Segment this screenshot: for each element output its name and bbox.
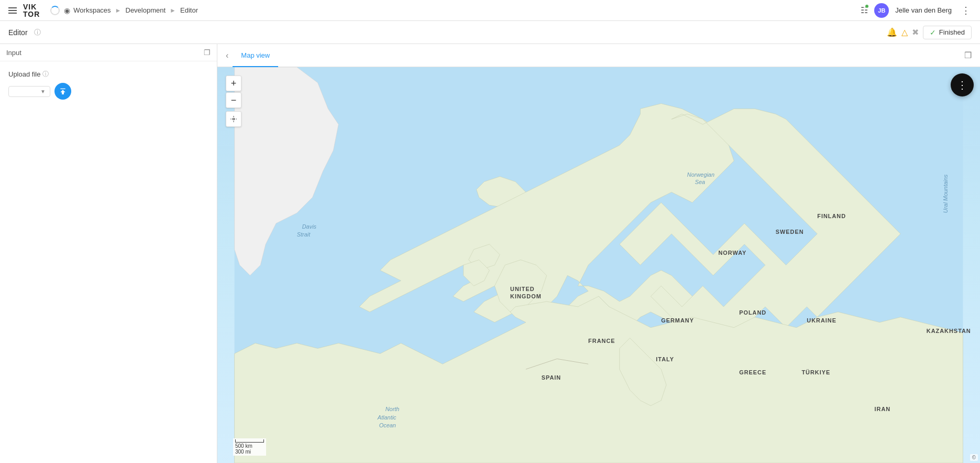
notification-button[interactable]: ☷ [861,5,868,15]
turkiye-label: TÜRKIYE [801,369,830,375]
check-icon: ✓ [930,28,936,37]
norwegian-sea-label2: Sea [695,179,705,185]
upload-info-icon[interactable]: ⓘ [42,70,49,79]
davis-strait-label: Davis [302,223,317,230]
finished-button[interactable]: ✓ Finished [923,26,972,39]
atlantic-label: North [386,406,400,412]
user-avatar: JB [874,3,889,18]
nav-editor[interactable]: Editor [180,6,198,14]
ural-label: Ural Mountains [942,174,949,213]
locate-button[interactable] [226,111,241,127]
upload-button[interactable] [54,83,71,100]
nav-sep-2: ► [170,7,176,14]
iran-label: IRAN [875,406,891,412]
user-more-button[interactable]: ⋮ [958,4,974,17]
nav-right-section: ☷ JB Jelle van den Berg ⋮ [861,3,974,18]
panel-title: Input [6,49,21,57]
main-content: Input ❐ Upload file ⓘ ▼ [0,44,980,463]
finished-label: Finished [939,28,965,36]
sweden-label: SWEDEN [776,229,804,235]
left-panel: Input ❐ Upload file ⓘ ▼ [0,44,217,463]
bell-icon[interactable]: 🔔 [887,27,897,37]
norwegian-sea-label: Norwegian [687,171,714,178]
editor-bar: Editor ⓘ 🔔 △ ✖ ✓ Finished [0,21,980,44]
uk-label2: KINGDOM [510,293,542,299]
map-attribution: © [970,454,978,461]
panel-expand-button[interactable]: ❐ [204,48,211,57]
italy-label: ITALY [656,356,674,362]
nav-workspaces[interactable]: ◉ Workspaces [64,6,111,15]
user-name: Jelle van den Berg [895,6,952,14]
close-icon[interactable]: ✖ [912,27,919,37]
notification-badge-dot [865,4,869,8]
nav-development[interactable]: Development [126,6,166,14]
fab-button[interactable]: ⋮ [951,73,974,96]
tab-map-view[interactable]: Map view [233,44,278,67]
map-container[interactable]: .water { fill: #b8dff5; } .land { fill: … [217,67,980,463]
warning-icon[interactable]: △ [901,27,908,37]
greece-label: GREECE [739,369,766,375]
uk-label: UNITED [510,286,535,292]
nav-sep-1: ► [115,7,122,14]
poland-label: POLAND [739,309,766,316]
zoom-in-button[interactable]: + [226,76,241,91]
top-nav: VIK TOR ◉ Workspaces ► Development ► Edi… [0,0,980,21]
editor-label: Editor [8,28,28,37]
tab-prev-button[interactable]: ‹ [222,49,233,62]
germany-label: GERMANY [661,317,694,324]
right-panel: ‹ Map view ❒ .water { fill: #b8dff5; } .… [217,44,980,463]
fab-dots-icon: ⋮ [957,79,968,91]
davis-strait-label2: Strait [297,231,311,238]
panel-body: Upload file ⓘ ▼ [0,61,217,463]
scale-line [235,439,264,443]
map-svg: .water { fill: #b8dff5; } .land { fill: … [217,67,980,463]
viktor-logo: VIK TOR [23,3,40,18]
panel-header: Input ❐ [0,44,217,61]
norway-label: NORWAY [718,250,746,256]
finland-label: FINLAND [817,213,846,219]
svg-point-1 [233,118,235,120]
scale-mi: 300 mi [235,449,264,455]
file-select-dropdown[interactable]: ▼ [8,86,50,97]
editor-info-icon[interactable]: ⓘ [34,28,41,37]
map-tabs: ‹ Map view ❒ [217,44,980,67]
ukraine-label: UKRAINE [807,317,836,324]
france-label: FRANCE [588,338,615,344]
map-fullscreen-button[interactable]: ❒ [960,48,976,62]
spain-label: SPAIN [542,374,561,381]
menu-button[interactable] [6,5,19,16]
upload-controls: ▼ [8,83,208,100]
map-controls: + − [226,76,241,127]
loading-spinner [50,6,60,15]
atlantic-label3: Ocean [379,422,396,428]
scale-km: 500 km [235,443,264,449]
chevron-down-icon: ▼ [40,89,46,94]
workspaces-icon: ◉ [64,6,70,15]
editor-bar-right: 🔔 △ ✖ ✓ Finished [887,26,972,39]
scale-bar: 500 km 300 mi [233,438,266,456]
kazakhstan-label: KAZAKHSTAN [927,328,971,334]
atlantic-label2: Atlantic [377,414,397,421]
upload-label: Upload file ⓘ [8,70,208,79]
zoom-out-button[interactable]: − [226,92,241,108]
